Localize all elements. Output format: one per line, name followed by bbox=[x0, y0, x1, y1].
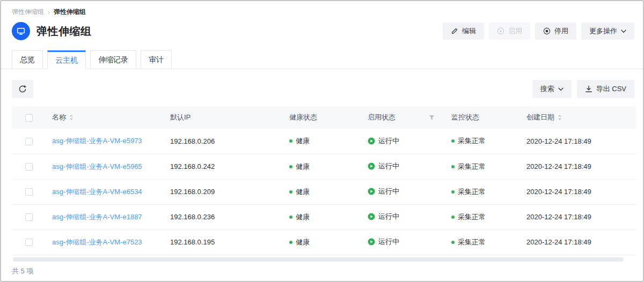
monitor-dot-icon bbox=[451, 139, 455, 143]
vm-ip: 192.168.0.236 bbox=[162, 204, 281, 229]
table-header-row: 名称 默认IP 健康状态 启用状态 bbox=[12, 106, 636, 129]
running-play-icon bbox=[368, 162, 375, 170]
column-header-created-date[interactable]: 创建日期 bbox=[526, 113, 554, 122]
vm-name-link[interactable]: asg-伸缩组-业务A-VM-e7523 bbox=[52, 238, 142, 246]
row-checkbox[interactable] bbox=[25, 239, 33, 246]
column-header-health-status: 健康状态 bbox=[289, 113, 317, 121]
table-row[interactable]: asg-伸缩组-业务A-VM-e1887 192.168.0.236 健康 运行… bbox=[12, 204, 636, 229]
health-dot-icon bbox=[289, 165, 292, 168]
vm-name-link[interactable]: asg-伸缩组-业务A-VM-e5973 bbox=[52, 137, 142, 145]
toolbar-right-group: 搜索 导出 CSV bbox=[532, 80, 634, 98]
vm-ip: 192.168.0.242 bbox=[162, 154, 281, 179]
play-circle-icon bbox=[497, 27, 504, 35]
breadcrumb-separator: › bbox=[48, 9, 50, 16]
breadcrumb-item[interactable]: 弹性伸缩组 bbox=[12, 8, 44, 17]
table-row[interactable]: asg-伸缩组-业务A-VM-e5965 192.168.0.242 健康 运行… bbox=[12, 154, 636, 179]
monitor-icon bbox=[12, 22, 30, 40]
enable-status: 运行中 bbox=[368, 237, 399, 247]
tab-scaling-records[interactable]: 伸缩记录 bbox=[90, 50, 136, 69]
health-dot-icon bbox=[289, 216, 292, 219]
health-dot-icon bbox=[289, 241, 292, 244]
elastic-scaling-group-page: 弹性伸缩组 › 弹性伸缩组 弹性伸缩组 编辑 bbox=[0, 0, 644, 282]
vm-table: 名称 默认IP 健康状态 启用状态 bbox=[12, 106, 636, 255]
monitor-status: 采集正常 bbox=[451, 212, 486, 222]
row-checkbox[interactable] bbox=[25, 213, 33, 221]
running-play-icon bbox=[368, 213, 375, 220]
sort-icon[interactable] bbox=[558, 114, 562, 121]
table-row[interactable]: asg-伸缩组-业务A-VM-e7523 192.168.0.195 健康 运行… bbox=[12, 229, 636, 255]
vm-ip: 192.168.0.209 bbox=[162, 179, 281, 204]
column-header-enable-status: 启用状态 bbox=[368, 113, 396, 122]
column-header-monitor-status: 监控状态 bbox=[451, 113, 479, 121]
table-body: asg-伸缩组-业务A-VM-e5973 192.168.0.206 健康 运行… bbox=[12, 129, 636, 255]
page-title: 弹性伸缩组 bbox=[36, 24, 92, 39]
health-status: 健康 bbox=[289, 162, 310, 172]
table-row[interactable]: asg-伸缩组-业务A-VM-e6534 192.168.0.209 健康 运行… bbox=[12, 179, 636, 204]
column-header-default-ip: 默认IP bbox=[170, 113, 191, 121]
health-status: 健康 bbox=[289, 187, 310, 197]
monitor-status: 采集正常 bbox=[451, 136, 486, 146]
row-checkbox[interactable] bbox=[25, 188, 33, 196]
monitor-dot-icon bbox=[451, 190, 455, 194]
chevron-down-icon bbox=[558, 87, 564, 91]
vm-name-link[interactable]: asg-伸缩组-业务A-VM-e1887 bbox=[52, 213, 142, 221]
column-header-name[interactable]: 名称 bbox=[52, 113, 66, 122]
vm-created-date: 2020-12-24 17:18:49 bbox=[518, 129, 636, 154]
vm-ip: 192.168.0.195 bbox=[162, 229, 281, 255]
running-play-icon bbox=[368, 238, 375, 246]
vm-created-date: 2020-12-24 17:18:49 bbox=[518, 229, 636, 255]
pencil-icon bbox=[451, 27, 458, 35]
table-row[interactable]: asg-伸缩组-业务A-VM-e5973 192.168.0.206 健康 运行… bbox=[12, 129, 636, 154]
tab-overview[interactable]: 总览 bbox=[12, 50, 43, 69]
monitor-status: 采集正常 bbox=[451, 162, 486, 172]
download-icon bbox=[585, 85, 592, 93]
select-all-checkbox[interactable] bbox=[25, 114, 33, 122]
health-status: 健康 bbox=[289, 212, 310, 222]
tab-audit[interactable]: 审计 bbox=[141, 50, 172, 69]
monitor-status: 采集正常 bbox=[451, 187, 486, 197]
breadcrumb: 弹性伸缩组 › 弹性伸缩组 bbox=[12, 8, 632, 17]
enable-status: 运行中 bbox=[368, 161, 399, 171]
vm-name-link[interactable]: asg-伸缩组-业务A-VM-e5965 bbox=[52, 162, 142, 170]
monitor-status: 采集正常 bbox=[451, 238, 486, 247]
refresh-button[interactable] bbox=[12, 80, 33, 98]
vm-name-link[interactable]: asg-伸缩组-业务A-VM-e6534 bbox=[52, 188, 142, 196]
filter-icon[interactable] bbox=[429, 115, 435, 121]
running-play-icon bbox=[368, 137, 375, 145]
total-count: 共 5 项 bbox=[12, 266, 632, 276]
vm-created-date: 2020-12-24 17:18:49 bbox=[518, 154, 636, 179]
export-csv-button[interactable]: 导出 CSV bbox=[577, 80, 634, 98]
health-dot-icon bbox=[289, 190, 292, 194]
search-dropdown-button[interactable]: 搜索 bbox=[532, 80, 572, 98]
refresh-icon bbox=[18, 85, 27, 93]
running-play-icon bbox=[368, 188, 375, 195]
tab-bar: 总览 云主机 伸缩记录 审计 bbox=[1, 50, 643, 69]
breadcrumb-item-current: 弹性伸缩组 bbox=[54, 8, 86, 17]
page-header: 弹性伸缩组 编辑 启用 停用 bbox=[12, 21, 634, 41]
enable-status: 运行中 bbox=[368, 212, 399, 221]
health-dot-icon bbox=[289, 139, 292, 143]
tab-cloud-hosts[interactable]: 云主机 bbox=[47, 50, 86, 69]
enable-status: 运行中 bbox=[368, 136, 399, 146]
monitor-dot-icon bbox=[451, 241, 455, 244]
vm-created-date: 2020-12-24 17:18:49 bbox=[518, 179, 636, 204]
enable-button[interactable]: 启用 bbox=[489, 23, 530, 40]
list-toolbar: 搜索 导出 CSV bbox=[12, 80, 634, 98]
edit-button[interactable]: 编辑 bbox=[443, 23, 484, 40]
health-status: 健康 bbox=[289, 136, 310, 146]
sort-icon[interactable] bbox=[69, 114, 74, 121]
chevron-down-icon bbox=[621, 29, 626, 33]
monitor-dot-icon bbox=[451, 165, 455, 168]
disable-button[interactable]: 停用 bbox=[535, 23, 576, 40]
enable-status: 运行中 bbox=[368, 187, 399, 196]
stop-circle-icon bbox=[543, 27, 551, 35]
page-actions: 编辑 启用 停用 更多操作 bbox=[443, 23, 634, 40]
row-checkbox[interactable] bbox=[25, 138, 33, 145]
more-actions-button[interactable]: 更多操作 bbox=[581, 23, 634, 40]
monitor-dot-icon bbox=[451, 216, 455, 219]
vm-ip: 192.168.0.206 bbox=[162, 129, 281, 154]
row-checkbox[interactable] bbox=[25, 163, 33, 170]
vm-created-date: 2020-12-24 17:18:49 bbox=[518, 204, 636, 229]
horizontal-scrollbar[interactable] bbox=[13, 257, 624, 262]
health-status: 健康 bbox=[289, 238, 310, 247]
